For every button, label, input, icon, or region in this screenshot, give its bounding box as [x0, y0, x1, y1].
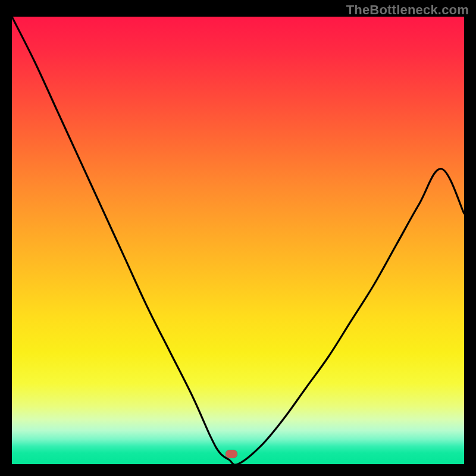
plot-area — [12, 17, 464, 464]
watermark-text: TheBottleneck.com — [346, 2, 469, 18]
optimal-point-marker — [226, 450, 237, 458]
curve-path — [12, 17, 464, 464]
bottleneck-curve — [12, 17, 464, 464]
chart-frame: TheBottleneck.com — [0, 0, 476, 476]
